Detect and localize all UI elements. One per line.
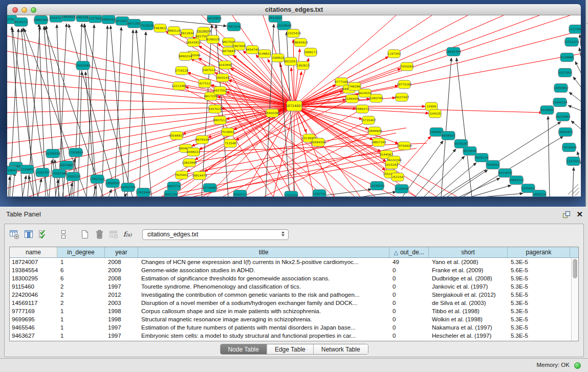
network-node[interactable]: 16543812 <box>186 38 201 47</box>
network-node[interactable]: 8878334 <box>195 136 209 144</box>
network-node[interactable]: 12342757 <box>35 168 50 177</box>
network-node[interactable]: 10654112 <box>509 176 524 185</box>
network-node[interactable]: 7515526 <box>140 21 154 30</box>
network-node[interactable]: 1292733 <box>313 190 326 197</box>
network-node[interactable]: 2718126 <box>175 67 188 75</box>
network-node[interactable]: 8186328 <box>206 35 220 43</box>
network-node[interactable]: 2487512 <box>202 66 215 74</box>
network-node[interactable]: 9250112 <box>233 190 247 197</box>
network-node[interactable]: 1327602 <box>89 15 102 23</box>
function-builder-icon[interactable]: f(x) <box>122 229 134 240</box>
network-node[interactable]: 13958167 <box>105 179 120 188</box>
network-node[interactable]: 15136141 <box>369 182 385 190</box>
network-node[interactable]: 9435572 <box>14 18 28 27</box>
network-node[interactable]: 7857224 <box>227 23 241 31</box>
network-node[interactable]: 2043711 <box>50 15 63 23</box>
column-header-out_de[interactable]: △out_de... <box>389 247 429 257</box>
network-node[interactable]: 15692971 <box>558 128 573 137</box>
network-node[interactable]: 17957223 <box>90 175 105 184</box>
network-node[interactable]: 9474444 <box>463 147 476 156</box>
network-node[interactable]: 16107427 <box>394 93 409 101</box>
network-node[interactable]: 12505135 <box>66 172 81 181</box>
network-node[interactable]: 1115682 <box>20 165 34 174</box>
network-node[interactable]: 3307021 <box>208 105 222 113</box>
network-node[interactable]: 12444154 <box>552 98 568 107</box>
column-header-year[interactable]: year <box>105 247 138 257</box>
network-node[interactable]: 9129966 <box>560 53 574 62</box>
table-row[interactable]: 1872400712008Changes of HCN gene express… <box>10 258 571 266</box>
network-node[interactable]: 1755232 <box>285 191 298 197</box>
minimize-window-button[interactable] <box>21 7 27 13</box>
network-node[interactable]: 6822057 <box>284 57 297 65</box>
table-row[interactable]: 911546021997Tourette syndrome. Phenomeno… <box>10 282 571 291</box>
network-node[interactable]: 712546 <box>224 139 236 147</box>
network-node[interactable]: 20053346 <box>75 61 91 70</box>
network-node[interactable]: 104525 <box>429 110 441 118</box>
network-node[interactable]: 8941236 <box>164 190 178 197</box>
network-node[interactable]: 18640910 <box>293 38 308 47</box>
network-node[interactable]: 20691406 <box>33 16 49 25</box>
network-node[interactable]: 1117343 <box>569 25 581 34</box>
table-row[interactable]: 2242004622012Investigating the contribut… <box>10 291 571 299</box>
network-node[interactable]: 18807243 <box>371 138 386 146</box>
table-row[interactable]: 969969511998Structural magnetic resonanc… <box>10 315 571 323</box>
create-column-icon[interactable] <box>79 229 91 240</box>
network-node[interactable]: 1696171 <box>304 48 317 56</box>
column-header-name[interactable]: name <box>10 247 57 257</box>
network-node[interactable]: 7455083 <box>400 62 413 71</box>
network-node[interactable]: 8938923 <box>442 132 455 140</box>
network-node[interactable]: 8215955 <box>540 106 554 115</box>
network-node[interactable]: 10688609 <box>367 127 382 135</box>
show-columns-icon[interactable] <box>23 229 34 240</box>
network-node[interactable]: 16210643 <box>555 113 571 121</box>
tab-node-table[interactable]: Node Table <box>220 344 267 354</box>
network-node[interactable]: 21364436 <box>344 95 360 103</box>
network-node[interactable]: 1840553 <box>62 15 75 21</box>
network-node[interactable]: 1615182 <box>385 161 398 169</box>
network-node[interactable]: 12603948 <box>182 159 197 167</box>
network-node[interactable]: 17016504 <box>561 143 577 152</box>
window-titlebar[interactable]: citations_edges.txt <box>7 4 581 15</box>
network-node[interactable]: 1545194 <box>52 169 66 178</box>
network-node[interactable]: 252254 <box>391 173 404 181</box>
network-node[interactable]: 1856224 <box>533 190 546 197</box>
table-scrollbar[interactable] <box>571 258 578 341</box>
network-node[interactable]: 9242848 <box>219 61 232 69</box>
network-node[interactable]: 15716485 <box>202 184 217 192</box>
tab-edge-table[interactable]: Edge Table <box>267 344 313 354</box>
network-node[interactable]: 1362615 <box>296 61 310 70</box>
network-node[interactable]: 19218506 <box>276 21 292 30</box>
network-node[interactable]: 3624554 <box>358 89 372 97</box>
network-node[interactable]: 15720407 <box>361 116 376 124</box>
network-node[interactable]: 12325419 <box>286 29 301 37</box>
network-node[interactable]: 3919943 <box>7 166 17 175</box>
network-node[interactable]: 7625402 <box>175 171 188 179</box>
table-row[interactable]: 946554611997Estimation of the future num… <box>10 323 571 332</box>
network-node[interactable]: 16645784 <box>446 48 461 56</box>
close-window-button[interactable] <box>12 7 18 13</box>
network-node[interactable]: 7986372 <box>356 105 369 113</box>
network-node[interactable]: 9890234 <box>179 52 192 60</box>
network-view-window[interactable]: citations_edges.txt 84075129435572206914… <box>7 4 581 197</box>
network-node[interactable]: 1167531 <box>567 157 580 166</box>
network-node[interactable]: 746266 <box>349 82 361 91</box>
network-node[interactable]: 15751074 <box>564 38 579 47</box>
table-row[interactable]: 946362711997Embryonic stem cells: a mode… <box>10 332 571 340</box>
network-node[interactable]: 16914479 <box>192 171 207 180</box>
column-header-pagerank[interactable]: pagerank <box>508 247 570 257</box>
scrollbar-thumb[interactable] <box>573 259 577 278</box>
select-all-rows-icon[interactable] <box>37 229 49 240</box>
network-node[interactable]: 1588520 <box>271 54 285 62</box>
table-row[interactable]: 1830029562008Estimation of significance … <box>10 274 571 282</box>
network-node[interactable]: 8454749 <box>246 46 259 54</box>
tab-network-table[interactable]: Network Table <box>313 344 368 354</box>
network-node[interactable]: 7932621 <box>486 161 499 169</box>
network-node[interactable]: 9807512 <box>213 116 227 124</box>
network-node[interactable]: 18724007 <box>286 101 302 111</box>
network-node[interactable]: 2803144 <box>216 74 229 82</box>
network-node[interactable]: 19384554 <box>311 138 326 146</box>
network-node[interactable]: 6466160 <box>102 15 115 24</box>
network-node[interactable]: 30975887 <box>59 161 74 170</box>
table-row[interactable]: 1456911722003Disruption of a novel membe… <box>10 299 571 307</box>
network-node[interactable]: 18775165 <box>397 80 412 89</box>
